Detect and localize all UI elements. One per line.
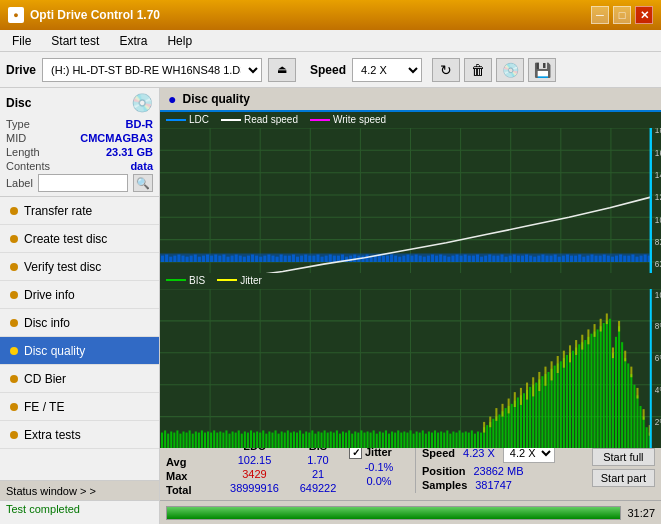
drive-label: Drive xyxy=(6,63,36,77)
minimize-button[interactable]: ─ xyxy=(591,6,609,24)
svg-rect-298 xyxy=(514,400,516,448)
svg-rect-44 xyxy=(263,256,266,262)
legend-read-speed: Read speed xyxy=(244,114,298,125)
svg-rect-297 xyxy=(511,403,513,448)
menu-file[interactable]: File xyxy=(4,32,39,50)
svg-rect-229 xyxy=(302,433,304,448)
nav-fe-te-label: FE / TE xyxy=(24,400,64,414)
svg-text:8X: 8X xyxy=(655,237,661,247)
menu-extra[interactable]: Extra xyxy=(111,32,155,50)
svg-rect-291 xyxy=(492,418,494,448)
svg-rect-261 xyxy=(400,432,402,448)
svg-rect-356 xyxy=(563,350,565,367)
svg-rect-20 xyxy=(165,255,168,262)
svg-rect-247 xyxy=(357,432,359,448)
svg-rect-42 xyxy=(255,256,258,262)
close-button[interactable]: ✕ xyxy=(635,6,653,24)
svg-rect-271 xyxy=(431,432,433,448)
svg-rect-217 xyxy=(265,433,267,448)
svg-rect-50 xyxy=(288,256,291,262)
svg-rect-41 xyxy=(251,255,254,262)
svg-rect-79 xyxy=(406,255,409,262)
drive-select[interactable]: (H:) HL-DT-ST BD-RE WH16NS48 1.D3 xyxy=(42,58,262,82)
svg-rect-22 xyxy=(173,256,176,262)
nav-transfer-rate[interactable]: Transfer rate xyxy=(0,197,159,225)
svg-rect-317 xyxy=(572,350,574,448)
legend-jitter-chart: Jitter xyxy=(240,275,262,286)
label-input[interactable] xyxy=(38,174,128,192)
svg-rect-131 xyxy=(619,255,622,262)
label-button[interactable]: 🔍 xyxy=(133,174,153,192)
svg-rect-263 xyxy=(406,432,408,448)
svg-rect-222 xyxy=(281,431,283,448)
svg-rect-28 xyxy=(198,257,201,262)
svg-rect-224 xyxy=(287,430,289,448)
svg-rect-305 xyxy=(535,382,537,448)
svg-rect-109 xyxy=(529,256,532,262)
ldc-total-value: 38999916 xyxy=(222,482,287,494)
bottom-chart: 10% 8% 6% 4% 2% 30 25 20 15 10 5 0.0 2.5… xyxy=(160,289,661,449)
svg-rect-197 xyxy=(204,432,206,448)
svg-rect-59 xyxy=(325,256,328,262)
svg-rect-127 xyxy=(603,255,606,262)
svg-rect-25 xyxy=(186,257,189,262)
svg-rect-252 xyxy=(373,430,375,448)
svg-rect-267 xyxy=(419,432,421,448)
svg-rect-209 xyxy=(241,433,243,448)
nav-extra-tests[interactable]: Extra tests xyxy=(0,421,159,449)
nav-cd-bier[interactable]: CD Bier xyxy=(0,365,159,393)
svg-rect-47 xyxy=(276,257,279,262)
svg-rect-95 xyxy=(472,256,475,262)
refresh-button[interactable]: ↻ xyxy=(432,58,460,82)
svg-rect-129 xyxy=(611,257,614,262)
menu-start-test[interactable]: Start test xyxy=(43,32,107,50)
start-full-button[interactable]: Start full xyxy=(592,448,655,466)
svg-rect-228 xyxy=(299,430,301,448)
svg-rect-325 xyxy=(597,329,599,448)
svg-rect-359 xyxy=(581,334,583,349)
svg-rect-307 xyxy=(541,376,543,448)
svg-rect-321 xyxy=(584,340,586,448)
maximize-button[interactable]: □ xyxy=(613,6,631,24)
svg-rect-352 xyxy=(538,371,540,390)
svg-rect-58 xyxy=(321,257,324,262)
svg-rect-112 xyxy=(541,255,544,262)
svg-text:16X: 16X xyxy=(655,147,661,157)
nav-create-test-disc[interactable]: Create test disc xyxy=(0,225,159,253)
erase-button[interactable]: 🗑 xyxy=(464,58,492,82)
start-part-button[interactable]: Start part xyxy=(592,469,655,487)
svg-rect-74 xyxy=(386,256,389,262)
svg-rect-33 xyxy=(218,256,221,262)
bis-avg-value: 1.70 xyxy=(293,454,343,466)
svg-rect-346 xyxy=(501,403,503,416)
svg-rect-231 xyxy=(308,432,310,448)
svg-rect-105 xyxy=(513,255,516,262)
nav-fe-te[interactable]: FE / TE xyxy=(0,393,159,421)
nav-disc-quality[interactable]: Disc quality xyxy=(0,337,159,365)
svg-rect-265 xyxy=(413,433,415,448)
top-chart-legend: LDC Read speed Write speed xyxy=(160,112,661,127)
menu-help[interactable]: Help xyxy=(159,32,200,50)
svg-rect-284 xyxy=(471,430,473,448)
svg-rect-39 xyxy=(243,257,246,262)
nav-disc-quality-label: Disc quality xyxy=(24,344,85,358)
svg-rect-132 xyxy=(623,256,626,262)
eject-button[interactable]: ⏏ xyxy=(268,58,296,82)
svg-rect-338 xyxy=(636,395,638,448)
status-window-header[interactable]: Status window > > xyxy=(0,481,159,501)
svg-rect-214 xyxy=(256,431,258,448)
speed-select[interactable]: 4.2 X xyxy=(352,58,422,82)
nav-disc-info[interactable]: Disc info xyxy=(0,309,159,337)
svg-rect-282 xyxy=(465,431,467,448)
svg-rect-215 xyxy=(259,432,261,448)
svg-rect-233 xyxy=(314,433,316,448)
svg-rect-281 xyxy=(462,432,464,448)
nav-verify-test-disc[interactable]: Verify test disc xyxy=(0,253,159,281)
save-button[interactable]: 💾 xyxy=(528,58,556,82)
disc-panel-title: Disc xyxy=(6,96,31,110)
svg-text:14X: 14X xyxy=(655,170,661,180)
burn-button[interactable]: 💿 xyxy=(496,58,524,82)
nav-drive-info[interactable]: Drive info xyxy=(0,281,159,309)
svg-rect-100 xyxy=(492,256,495,262)
svg-rect-193 xyxy=(192,433,194,448)
